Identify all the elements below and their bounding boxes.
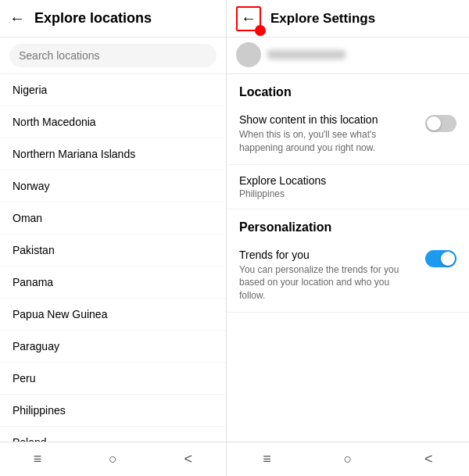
show-content-toggle[interactable] bbox=[425, 115, 456, 132]
left-nav-bar: ≡ ○ < bbox=[0, 442, 226, 476]
show-content-title: Show content in this location bbox=[239, 113, 416, 126]
show-content-text: Show content in this location When this … bbox=[239, 113, 416, 155]
show-content-desc: When this is on, you'll see what's happe… bbox=[239, 128, 416, 155]
left-title: Explore locations bbox=[34, 10, 152, 27]
right-title: Explore Settings bbox=[270, 11, 375, 27]
left-menu-icon[interactable]: ≡ bbox=[34, 451, 42, 467]
username-blurred bbox=[267, 50, 345, 59]
left-panel: ← Explore locations NigeriaNorth Macedon… bbox=[0, 0, 227, 476]
list-item[interactable]: Philippines bbox=[0, 395, 226, 427]
list-item[interactable]: North Macedonia bbox=[0, 106, 226, 138]
trends-toggle[interactable] bbox=[425, 250, 456, 267]
location-list: NigeriaNorth MacedoniaNorthern Mariana I… bbox=[0, 74, 226, 442]
list-item[interactable]: Paraguay bbox=[0, 331, 226, 363]
list-item[interactable]: Poland bbox=[0, 427, 226, 442]
list-item[interactable]: Oman bbox=[0, 202, 226, 234]
left-back-nav-icon[interactable]: < bbox=[184, 451, 193, 467]
list-item[interactable]: Nigeria bbox=[0, 74, 226, 106]
trends-row: Trends for you You can personalize the t… bbox=[227, 239, 469, 313]
settings-content: Location Show content in this location W… bbox=[227, 74, 469, 442]
trends-desc: You can personalize the trends for you b… bbox=[239, 263, 416, 302]
explore-locations-title: Explore Locations bbox=[239, 174, 456, 187]
left-header: ← Explore locations bbox=[0, 0, 226, 38]
list-item[interactable]: Panama bbox=[0, 267, 226, 299]
right-nav-bar: ≡ ○ < bbox=[227, 442, 469, 476]
right-menu-icon[interactable]: ≡ bbox=[263, 451, 271, 467]
trends-title: Trends for you bbox=[239, 249, 416, 261]
list-item[interactable]: Papua New Guinea bbox=[0, 299, 226, 331]
right-panel: ← Explore Settings Location Show content… bbox=[227, 0, 469, 476]
avatar bbox=[236, 42, 261, 67]
list-item[interactable]: Pakistan bbox=[0, 234, 226, 267]
explore-locations-sub: Philippines bbox=[239, 188, 456, 199]
personalization-section-header: Personalization bbox=[227, 209, 469, 239]
location-section-header: Location bbox=[227, 74, 469, 104]
left-home-icon[interactable]: ○ bbox=[109, 451, 117, 467]
right-back-nav-icon[interactable]: < bbox=[424, 451, 433, 467]
list-item[interactable]: Northern Mariana Islands bbox=[0, 138, 226, 170]
list-item[interactable]: Peru bbox=[0, 363, 226, 395]
explore-locations-row[interactable]: Explore Locations Philippines bbox=[227, 165, 469, 209]
search-container bbox=[0, 38, 226, 74]
left-back-button[interactable]: ← bbox=[9, 9, 25, 27]
list-item[interactable]: Norway bbox=[0, 170, 226, 202]
right-home-icon[interactable]: ○ bbox=[344, 451, 353, 467]
user-info-row bbox=[227, 38, 469, 74]
search-input[interactable] bbox=[9, 44, 217, 67]
trends-text: Trends for you You can personalize the t… bbox=[239, 249, 416, 302]
right-back-button[interactable]: ← bbox=[236, 6, 261, 31]
show-content-row: Show content in this location When this … bbox=[227, 104, 469, 165]
right-header: ← Explore Settings bbox=[227, 0, 469, 38]
